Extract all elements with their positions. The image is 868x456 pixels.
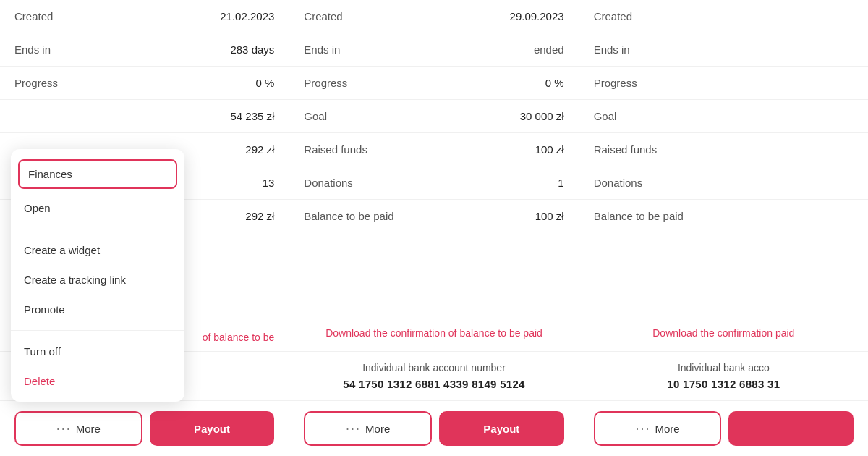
ends-label-3: Ends in (594, 43, 630, 56)
donations-label-3: Donations (594, 177, 643, 189)
balance-value-2: 100 zł (535, 210, 564, 222)
dropdown-menu-1: Finances Open Create a widget Create a t… (11, 149, 184, 402)
download-link-2[interactable]: Download the confirmation of balance to … (289, 319, 578, 351)
card-row-raised-2: Raised funds 100 zł (289, 133, 578, 166)
donations-value-2: 1 (558, 177, 563, 189)
goal-label-2: Goal (304, 110, 327, 122)
goal-label-3: Goal (594, 110, 617, 122)
ends-value-1: 283 days (230, 43, 274, 56)
balance-value-1: 292 zł (245, 210, 274, 222)
card-2-rows: Created 29.09.2023 Ends in ended Progres… (289, 0, 578, 319)
card-footer-2: ··· More Payout (289, 400, 578, 456)
card-row-goal-1: 54 235 zł (0, 100, 289, 133)
progress-label-2: Progress (304, 77, 347, 89)
dropdown-group-1: Finances Open (11, 149, 184, 229)
more-label-2: More (365, 423, 390, 435)
ends-value-2: ended (534, 43, 564, 56)
goal-value-2: 30 000 zł (520, 110, 564, 122)
balance-label-3: Balance to be paid (594, 210, 684, 222)
raised-label-3: Raised funds (594, 143, 658, 156)
bank-section-2: Individual bank account number 54 1750 1… (289, 351, 578, 400)
created-value-1: 21.02.2023 (220, 10, 274, 22)
created-label-2: Created (304, 10, 342, 22)
more-button-2[interactable]: ··· More (304, 411, 432, 446)
raised-value-2: 100 zł (535, 143, 564, 156)
card-row-balance-2: Balance to be paid 100 zł (289, 200, 578, 232)
card-row-created-1: Created 21.02.2023 (0, 0, 289, 33)
download-link-3[interactable]: Download the confirmation paid (579, 319, 868, 351)
card-1: Created 21.02.2023 Ends in 283 days Prog… (0, 0, 289, 456)
balance-label-2: Balance to be paid (304, 210, 393, 222)
card-row-ends-2: Ends in ended (289, 33, 578, 67)
more-label-3: More (655, 423, 679, 435)
cards-container: Created 21.02.2023 Ends in 283 days Prog… (0, 0, 868, 456)
card-row-progress-2: Progress 0 % (289, 67, 578, 100)
goal-value-1: 54 235 zł (230, 110, 274, 122)
card-footer-1: ··· More Payout (0, 400, 289, 456)
more-button-1[interactable]: ··· More (14, 411, 142, 446)
dropdown-item-promote[interactable]: Promote (11, 295, 184, 324)
card-row-progress-1: Progress 0 % (0, 67, 289, 100)
raised-label-2: Raised funds (304, 143, 367, 156)
payout-button-2[interactable]: Payout (439, 411, 564, 446)
dropdown-item-delete[interactable]: Delete (11, 366, 184, 396)
progress-value-2: 0 % (545, 77, 564, 89)
dots-icon-3: ··· (635, 421, 650, 436)
payout-button-1[interactable]: Payout (150, 411, 275, 446)
dropdown-item-turnoff[interactable]: Turn off (11, 337, 184, 366)
card-footer-3: ··· More (579, 400, 868, 456)
card-row-created-2: Created 29.09.2023 (289, 0, 578, 33)
card-row-raised-3: Raised funds (579, 133, 868, 166)
card-3: Created Ends in Progress Goal Raised fun… (579, 0, 868, 456)
dropdown-item-tracking[interactable]: Create a tracking link (11, 265, 184, 295)
donations-value-1: 13 (263, 177, 275, 189)
raised-value-1: 292 zł (245, 143, 274, 156)
more-button-3[interactable]: ··· More (594, 411, 722, 446)
bank-label-2: Individual bank account number (304, 362, 563, 373)
card-row-goal-3: Goal (579, 100, 868, 133)
payout-button-3[interactable] (728, 411, 854, 446)
card-row-donations-3: Donations (579, 166, 868, 200)
card-row-balance-3: Balance to be paid (579, 200, 868, 232)
card-row-ends-1: Ends in 283 days (0, 33, 289, 67)
progress-value-1: 0 % (255, 77, 274, 89)
card-row-donations-2: Donations 1 (289, 166, 578, 200)
dropdown-item-finances[interactable]: Finances (18, 159, 177, 189)
created-value-2: 29.09.2023 (510, 10, 564, 22)
bank-section-3: Individual bank acco 10 1750 1312 6883 3… (579, 351, 868, 400)
dropdown-item-open[interactable]: Open (11, 193, 184, 223)
created-label-1: Created (14, 10, 53, 22)
donations-label-2: Donations (304, 177, 353, 189)
progress-label-1: Progress (14, 77, 58, 89)
card-row-goal-2: Goal 30 000 zł (289, 100, 578, 133)
card-3-rows: Created Ends in Progress Goal Raised fun… (579, 0, 868, 319)
ends-label-2: Ends in (304, 43, 340, 56)
dots-icon-2: ··· (346, 421, 361, 436)
card-row-created-3: Created (579, 0, 868, 33)
card-row-ends-3: Ends in (579, 33, 868, 67)
progress-label-3: Progress (594, 77, 637, 89)
card-2: Created 29.09.2023 Ends in ended Progres… (289, 0, 579, 456)
created-label-3: Created (594, 10, 632, 22)
dropdown-group-3: Turn off Delete (11, 331, 184, 402)
card-row-progress-3: Progress (579, 67, 868, 100)
bank-number-3: 10 1750 1312 6883 31 (594, 378, 854, 390)
dropdown-group-2: Create a widget Create a tracking link P… (11, 229, 184, 331)
bank-label-3: Individual bank acco (594, 362, 854, 373)
bank-number-2: 54 1750 1312 6881 4339 8149 5124 (304, 378, 563, 390)
ends-label-1: Ends in (14, 43, 51, 56)
dots-icon-1: ··· (56, 421, 72, 436)
more-label-1: More (76, 423, 101, 435)
dropdown-item-widget[interactable]: Create a widget (11, 235, 184, 265)
